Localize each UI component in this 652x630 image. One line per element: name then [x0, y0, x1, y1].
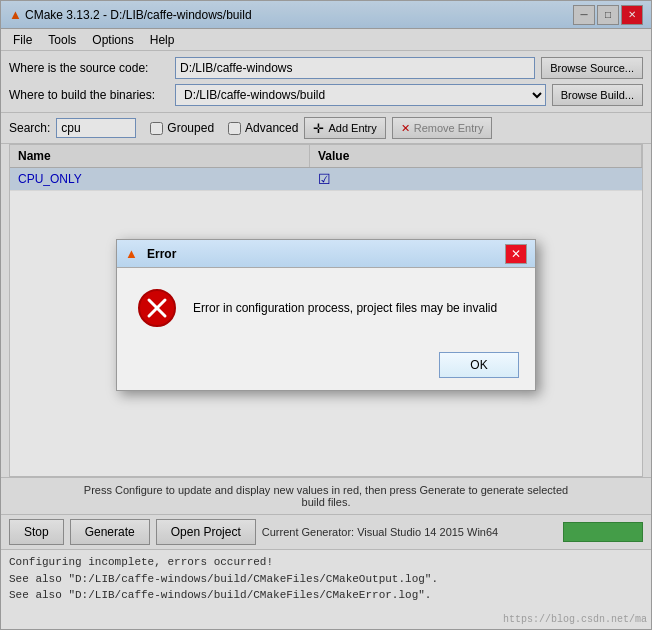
modal-overlay: ▲ Error ✕ Error in configuration process…: [1, 1, 651, 629]
error-dialog: ▲ Error ✕ Error in configuration process…: [116, 239, 536, 391]
dialog-close-button[interactable]: ✕: [505, 244, 527, 264]
dialog-title-icon: ▲: [125, 246, 141, 262]
dialog-body: Error in configuration process, project …: [117, 268, 535, 344]
main-window: ▲ CMake 3.13.2 - D:/LIB/caffe-windows/bu…: [0, 0, 652, 630]
dialog-footer: OK: [117, 344, 535, 390]
ok-button[interactable]: OK: [439, 352, 519, 378]
error-icon: [137, 288, 177, 328]
dialog-title-text: Error: [147, 247, 505, 261]
dialog-title-bar: ▲ Error ✕: [117, 240, 535, 268]
dialog-message: Error in configuration process, project …: [193, 299, 497, 317]
